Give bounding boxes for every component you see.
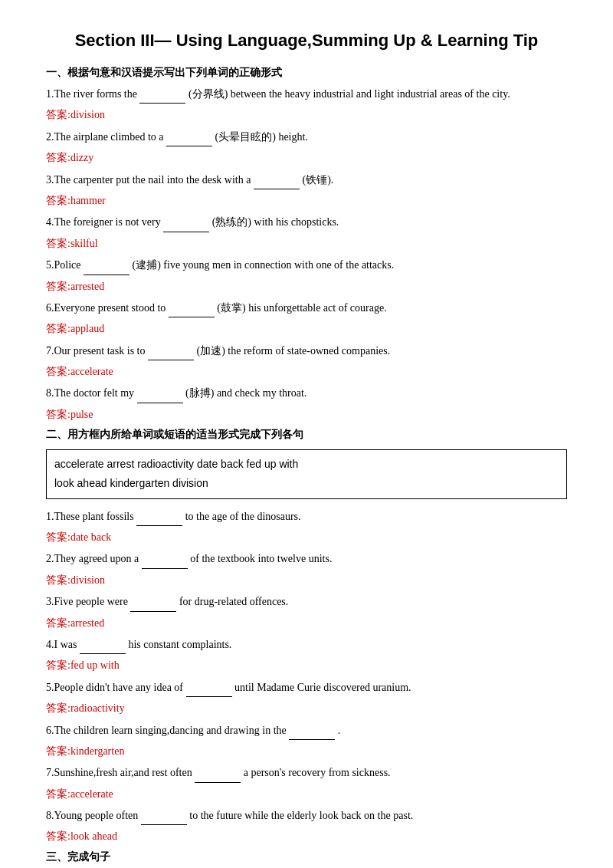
q6-s1: 6.Everyone present stood to (鼓掌) his unf… bbox=[46, 300, 567, 317]
word-box: accelerate arrest radioactivity date bac… bbox=[46, 449, 567, 498]
q2-s2: 2.They agreed upon a of the textbook int… bbox=[46, 551, 567, 568]
a6-s2: 答案:kindergarten bbox=[46, 743, 567, 760]
a4-s1: 答案:skilful bbox=[46, 235, 567, 252]
a3-s2: 答案:arrested bbox=[46, 615, 567, 632]
a3-s1: 答案:hammer bbox=[46, 192, 567, 209]
a8-s2: 答案:look ahead bbox=[46, 828, 567, 845]
q7-s1: 7.Our present task is to (加速) the reform… bbox=[46, 343, 567, 360]
section1-heading: 一、根据句意和汉语提示写出下列单词的正确形式 bbox=[46, 66, 567, 80]
a5-s1: 答案:arrested bbox=[46, 278, 567, 295]
q4-s2: 4.I was his constant complaints. bbox=[46, 636, 567, 654]
q3-s2: 3.Five people were for drug-related offe… bbox=[46, 593, 567, 611]
q2-s1: 2.The airplane climbed to a (头晕目眩的) heig… bbox=[46, 129, 567, 146]
q7-s2: 7.Sunshine,fresh air,and rest often a pe… bbox=[46, 764, 567, 782]
a2-s2: 答案:division bbox=[46, 572, 567, 589]
q5-s2: 5.People didn't have any idea of until M… bbox=[46, 679, 567, 697]
q1-s2: 1.These plant fossils to the age of the … bbox=[46, 508, 567, 526]
a4-s2: 答案:fed up with bbox=[46, 657, 567, 674]
a7-s1: 答案:accelerate bbox=[46, 363, 567, 380]
a6-s1: 答案:applaud bbox=[46, 321, 567, 337]
q8-s1: 8.The doctor felt my (脉搏) and check my t… bbox=[46, 385, 567, 403]
a8-s1: 答案:pulse bbox=[46, 406, 567, 423]
page-title: Section III— Using Language,Summing Up &… bbox=[46, 31, 567, 51]
a1-s2: 答案:date back bbox=[46, 529, 567, 546]
a5-s2: 答案:radioactivity bbox=[46, 700, 567, 717]
q5-s1: 5.Police (逮捕) five young men in connecti… bbox=[46, 257, 567, 275]
section2-heading: 二、用方框内所给单词或短语的适当形式完成下列各句 bbox=[46, 428, 567, 442]
q8-s2: 8.Young people often to the future while… bbox=[46, 807, 567, 825]
section3-heading: 三、完成句子 bbox=[46, 850, 567, 864]
q3-s1: 3.The carpenter put the nail into the de… bbox=[46, 172, 567, 189]
q6-s2: 6.The children learn singing,dancing and… bbox=[46, 722, 567, 740]
q1-s1: 1.The river forms the (分界线) between the … bbox=[46, 86, 567, 104]
q4-s1: 4.The foreigner is not very (熟练的) with h… bbox=[46, 214, 567, 232]
a1-s1: 答案:division bbox=[46, 107, 567, 123]
a7-s2: 答案:accelerate bbox=[46, 786, 567, 803]
a2-s1: 答案:dizzy bbox=[46, 150, 567, 166]
